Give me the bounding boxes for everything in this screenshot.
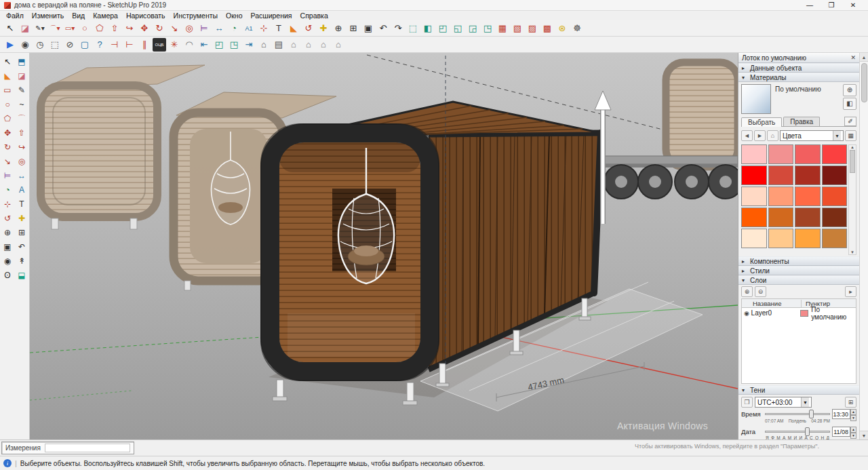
color-swatch[interactable] (795, 165, 821, 185)
color-swatch[interactable] (741, 144, 767, 164)
color-swatch[interactable] (822, 208, 848, 227)
color-swatch[interactable] (768, 229, 794, 248)
tape-measure-tool-icon[interactable]: ⊨ (197, 22, 211, 35)
arc-segment-icon[interactable]: ◠ (182, 38, 196, 52)
scale-tool-icon[interactable]: ↘ (167, 22, 181, 35)
solid-trim-icon[interactable]: ◲ (466, 22, 479, 35)
maximize-button[interactable]: ❐ (821, 1, 842, 9)
spiral-tool-icon[interactable]: ✳ (167, 38, 181, 52)
view-left-icon[interactable]: ⌂ (332, 38, 345, 52)
solid-union-icon[interactable]: ◰ (436, 22, 450, 35)
zoom-extents-tool-icon[interactable]: ▣ (361, 22, 375, 35)
previous-view-icon[interactable]: ↶ (376, 22, 390, 35)
color-swatch[interactable] (795, 208, 821, 227)
layer-visible-icon[interactable]: ◉ (742, 310, 751, 317)
perpendicular-tool-icon-1[interactable]: ⊣ (108, 38, 121, 52)
select-tool-icon[interactable]: ↖ (1, 55, 14, 68)
text-icon[interactable]: A (15, 183, 28, 197)
color-swatch[interactable] (741, 165, 767, 185)
minimize-button[interactable]: — (799, 1, 821, 9)
menu-view[interactable]: Вид (68, 12, 89, 20)
align-arrow-right-icon[interactable]: ⇥ (242, 38, 256, 52)
presentation-icon[interactable]: ▢ (78, 38, 92, 52)
component-tool-icon-2[interactable]: ▧ (511, 22, 524, 35)
add-location-icon[interactable]: ◉ (18, 38, 32, 52)
component-tool-icon-3[interactable]: ▨ (526, 22, 539, 35)
section-layers[interactable]: ▾ Слои (738, 275, 859, 285)
view-front-icon[interactable]: ⌂ (287, 38, 300, 52)
warehouse-icon[interactable]: ⊛ (555, 22, 569, 35)
paint-bucket-tool-icon[interactable]: ◣ (287, 22, 300, 35)
color-swatch[interactable] (822, 144, 848, 164)
3d-text-icon[interactable]: T (15, 197, 28, 211)
tray-header[interactable]: Лоток по умолчанию ✕ (738, 53, 859, 63)
column-header-name[interactable]: Название (742, 300, 802, 307)
date-spinner[interactable]: ▲▼ (850, 427, 856, 439)
eraser-tool-icon[interactable]: ◪ (18, 22, 32, 35)
tab-edit[interactable]: Правка (783, 117, 820, 126)
tray-scrollbar[interactable]: ▲ ▼ (859, 53, 868, 439)
select-tool-icon[interactable]: ↖ (3, 22, 17, 35)
follow-me-icon[interactable]: ↪ (15, 140, 28, 154)
view-right-icon[interactable]: ⌂ (302, 38, 315, 52)
color-swatch[interactable] (822, 165, 848, 185)
solid-intersect-icon[interactable]: ◧ (421, 22, 435, 35)
3d-text-tool-icon[interactable]: T (272, 22, 285, 35)
layers-list[interactable]: ◉ Layer0 По умолчанию (741, 308, 856, 384)
tab-select[interactable]: Выбрать (741, 117, 782, 127)
color-swatch[interactable] (822, 229, 848, 248)
rectangle-icon[interactable]: ▭ (1, 83, 14, 97)
close-button[interactable]: ✕ (842, 1, 864, 9)
measurements-input[interactable] (45, 444, 130, 452)
line-icon[interactable]: ✎ (15, 83, 28, 97)
push-pull-tool-icon[interactable]: ⇧ (108, 22, 121, 35)
circle-icon[interactable]: ○ (1, 98, 14, 111)
time-value-field[interactable]: 13:30 (832, 409, 850, 419)
create-material-button[interactable]: ⊕ (843, 84, 856, 96)
dimension-icon[interactable]: ↔ (15, 169, 28, 182)
eraser-icon[interactable]: ◪ (15, 69, 28, 83)
solid-subtract-icon[interactable]: ◱ (451, 22, 465, 35)
align-box-icon-1[interactable]: ◰ (212, 38, 226, 52)
material-preview[interactable] (741, 84, 771, 114)
menu-file[interactable]: Файл (2, 12, 28, 20)
layer-name[interactable]: Layer0 (751, 309, 800, 317)
date-value-field[interactable]: 11/08 (832, 427, 850, 437)
orbit-tool-icon[interactable]: ↺ (302, 22, 315, 35)
scroll-thumb[interactable] (861, 63, 867, 102)
color-swatch[interactable] (768, 144, 794, 164)
arc-tool-icon[interactable]: ⌒▾ (48, 22, 62, 35)
time-spinner[interactable]: ▲▼ (850, 409, 856, 421)
zoom-window-icon[interactable]: ⊞ (15, 226, 28, 239)
remove-layer-button[interactable]: ⊖ (755, 286, 766, 297)
axes-tool-icon[interactable]: ⊹ (257, 22, 271, 35)
component-tool-icon-1[interactable]: ▦ (496, 22, 509, 35)
polygon-icon[interactable]: ⬠ (1, 112, 14, 125)
pan-tool-icon[interactable]: ✚ (317, 22, 330, 35)
text-tool-icon[interactable]: A1 (242, 22, 256, 35)
hide-rest-icon[interactable]: ⊘ (63, 38, 77, 52)
zoom-icon[interactable]: ⊕ (1, 226, 14, 239)
sample-paint-button[interactable]: ✐ (844, 117, 856, 126)
section-components[interactable]: ▸ Компоненты (738, 256, 859, 266)
color-swatch[interactable] (822, 187, 848, 206)
circle-tool-icon[interactable]: ○ (78, 22, 92, 35)
scale-icon[interactable]: ↘ (1, 155, 14, 168)
follow-me-tool-icon[interactable]: ↪ (123, 22, 136, 35)
previous-view-icon[interactable]: ↶ (15, 240, 28, 254)
layers-detail-button[interactable]: ▸ (845, 286, 856, 297)
section-entity-info[interactable]: ▸ Данные объекта (738, 63, 859, 73)
offset-tool-icon[interactable]: ◎ (182, 22, 196, 35)
pan-icon[interactable]: ✚ (15, 212, 28, 225)
help-icon[interactable]: ? (93, 38, 106, 52)
menu-edit[interactable]: Изменить (28, 12, 68, 20)
add-layer-button[interactable]: ⊕ (741, 286, 753, 297)
align-arrow-left-icon[interactable]: ⇤ (197, 38, 211, 52)
make-component-icon[interactable]: ⬒ (15, 55, 28, 68)
polygon-tool-icon[interactable]: ⬠ (93, 22, 106, 35)
preferences-gear-icon[interactable]: ☸ (570, 22, 584, 35)
layer-row[interactable]: ◉ Layer0 По умолчанию (742, 308, 856, 318)
section-materials[interactable]: ▾ Материалы (738, 73, 859, 82)
freehand-icon[interactable]: ~ (15, 98, 28, 111)
viewport[interactable]: 4743 mm Активация Windows (30, 53, 738, 439)
